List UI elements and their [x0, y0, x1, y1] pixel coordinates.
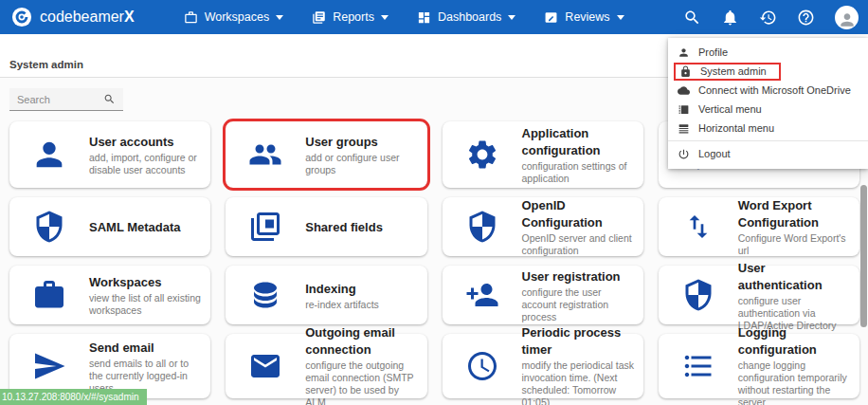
card-user-registration[interactable]: User registrationconfigure the user acco… — [443, 266, 643, 324]
rate-review-icon — [544, 10, 558, 25]
card-subtitle: OpenID server and client configuration — [522, 232, 636, 257]
history-icon[interactable] — [759, 9, 777, 27]
menu-item-onedrive[interactable]: Connect with Microsoft OneDrive — [668, 81, 868, 100]
top-actions — [683, 6, 868, 29]
card-subtitle: re-index artifacts — [305, 299, 419, 311]
import-export-arrows-icon — [683, 212, 714, 242]
red-highlight-box: System admin — [674, 63, 781, 81]
shield-icon — [465, 210, 499, 244]
main-nav: Workspaces Reports Dashboards Reviews — [184, 10, 624, 25]
nav-label: Reports — [333, 10, 374, 24]
card-title: Periodic process timer — [522, 325, 622, 357]
page-title: System admin — [9, 59, 83, 70]
gear-icon — [465, 138, 499, 172]
card-user-accounts[interactable]: User accountsadd, import, configure or d… — [9, 121, 210, 188]
scrollbar-thumb[interactable] — [860, 185, 867, 327]
cloud-icon — [678, 84, 690, 97]
chevron-down-icon — [381, 15, 389, 20]
chevron-down-icon — [276, 15, 283, 20]
person-icon — [838, 10, 857, 29]
card-subtitle: Configure Word Export's url — [738, 232, 852, 257]
menu-item-label: Connect with Microsoft OneDrive — [698, 84, 851, 96]
bulleted-list-icon — [681, 349, 715, 383]
card-title: Shared fields — [305, 220, 383, 234]
person-icon — [30, 136, 68, 174]
nav-label: Reviews — [565, 10, 609, 24]
card-title: Application configuration — [522, 126, 601, 157]
nav-label: Dashboards — [438, 10, 501, 24]
menu-item-label: Horizontal menu — [698, 122, 774, 134]
card-subtitle: add, import, configure or disable user a… — [89, 152, 203, 176]
card-title: Outgoing email connection — [305, 325, 395, 357]
card-title: Logging configuration — [738, 325, 817, 357]
card-title: OpenID Configuration — [522, 198, 603, 230]
notifications-bell-icon[interactable] — [721, 9, 739, 27]
card-application-configuration[interactable]: Application configurationconfiguration s… — [443, 121, 643, 188]
nav-label: Workspaces — [205, 10, 270, 24]
card-title: User groups — [305, 135, 378, 149]
report-book-icon — [312, 10, 326, 25]
card-word-export-configuration[interactable]: Word Export ConfigurationConfigure Word … — [659, 197, 859, 256]
menu-item-system-admin[interactable]: System admin — [668, 62, 868, 81]
card-saml-metadata[interactable]: SAML Metadata — [9, 197, 210, 256]
avatar[interactable] — [835, 6, 859, 29]
send-icon — [32, 349, 66, 383]
card-title: Indexing — [305, 282, 355, 296]
person-add-icon — [465, 278, 499, 312]
card-user-authentication[interactable]: User authenticationconfigure user authen… — [659, 266, 859, 324]
horizontal-menu-icon — [678, 122, 690, 135]
card-logging-configuration[interactable]: Logging configurationchange logging conf… — [659, 334, 859, 398]
status-url: 10.13.27.208:8080/x/#/sysadmin — [0, 389, 147, 405]
menu-item-profile[interactable]: Profile — [668, 43, 868, 62]
nav-reports[interactable]: Reports — [312, 10, 389, 25]
nav-workspaces[interactable]: Workspaces — [184, 10, 284, 25]
user-dropdown-menu: Profile System admin Connect with Micros… — [668, 38, 868, 169]
card-subtitle: configuration settings of application — [522, 160, 636, 185]
card-shared-fields[interactable]: Shared fields — [226, 197, 426, 256]
card-periodic-process-timer[interactable]: Periodic process timermodify the periodi… — [443, 334, 643, 398]
people-icon — [248, 138, 282, 172]
layered-squares-icon — [248, 210, 282, 244]
card-indexing[interactable]: Indexingre-index artifacts — [226, 266, 426, 324]
card-openid-configuration[interactable]: OpenID ConfigurationOpenID server and cl… — [443, 197, 643, 256]
menu-item-label: System admin — [700, 65, 767, 77]
briefcase-icon — [184, 10, 198, 25]
menu-separator — [668, 140, 868, 141]
card-subtitle: change logging configuration temporarily… — [738, 359, 852, 405]
search-icon[interactable] — [683, 9, 701, 27]
search-input[interactable] — [9, 94, 103, 105]
lock-icon — [679, 65, 692, 78]
card-title: Word Export Configuration — [738, 198, 819, 230]
vertical-menu-icon — [678, 103, 690, 116]
menu-item-label: Logout — [698, 148, 731, 159]
top-bar: codebeamerX Workspaces Reports Dashboard… — [0, 0, 868, 34]
card-title: SAML Metadata — [89, 220, 181, 234]
card-workspaces[interactable]: Workspacesview the list of all existing … — [9, 266, 210, 324]
card-title: Send email — [89, 341, 154, 355]
nav-dashboards[interactable]: Dashboards — [417, 10, 515, 25]
help-icon[interactable] — [797, 9, 815, 27]
brand-name: codebeamerX — [40, 9, 135, 26]
search-box — [9, 88, 123, 111]
app-logo[interactable]: codebeamerX — [0, 7, 135, 28]
envelope-icon — [248, 349, 282, 383]
search-icon[interactable] — [103, 93, 116, 105]
menu-item-horizontal-menu[interactable]: Horizontal menu — [668, 119, 868, 138]
codebeamer-logo-icon — [11, 7, 32, 28]
power-icon — [678, 148, 690, 160]
card-subtitle: configure the user account registration … — [522, 286, 636, 323]
nav-reviews[interactable]: Reviews — [544, 10, 624, 25]
card-title: User authentication — [738, 261, 823, 292]
shield-icon — [681, 278, 715, 312]
card-subtitle: add or configure user groups — [305, 152, 419, 176]
clock-icon — [465, 349, 499, 383]
card-outgoing-email-connection[interactable]: Outgoing email connectionconfigure the o… — [226, 334, 426, 398]
menu-item-label: Vertical menu — [698, 103, 762, 115]
chevron-down-icon — [617, 15, 624, 20]
card-subtitle: modify the periodical task invocation ti… — [522, 359, 636, 405]
menu-item-vertical-menu[interactable]: Vertical menu — [668, 100, 868, 119]
card-user-groups[interactable]: User groupsadd or configure user groups — [226, 121, 426, 188]
card-subtitle: view the list of all existing workspaces — [89, 292, 203, 317]
chevron-down-icon — [508, 15, 515, 20]
menu-item-logout[interactable]: Logout — [668, 144, 868, 163]
